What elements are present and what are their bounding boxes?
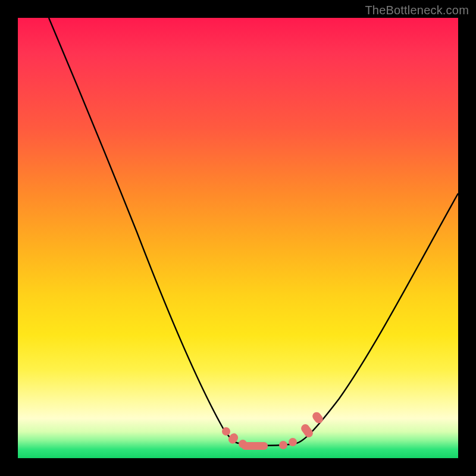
outer-frame: TheBottleneck.com	[0, 0, 476, 476]
bottleneck-curve	[18, 18, 458, 458]
plot-area	[18, 18, 458, 458]
curve-right-branch	[296, 193, 458, 443]
bead-icon	[242, 442, 268, 450]
bead-icon	[279, 441, 287, 449]
watermark-text: TheBottleneck.com	[365, 4, 469, 17]
bead-icon	[289, 438, 297, 446]
bead-icon	[311, 411, 324, 425]
bead-icon	[222, 427, 230, 436]
curve-left-branch	[49, 18, 239, 443]
valley-markers	[222, 411, 325, 450]
